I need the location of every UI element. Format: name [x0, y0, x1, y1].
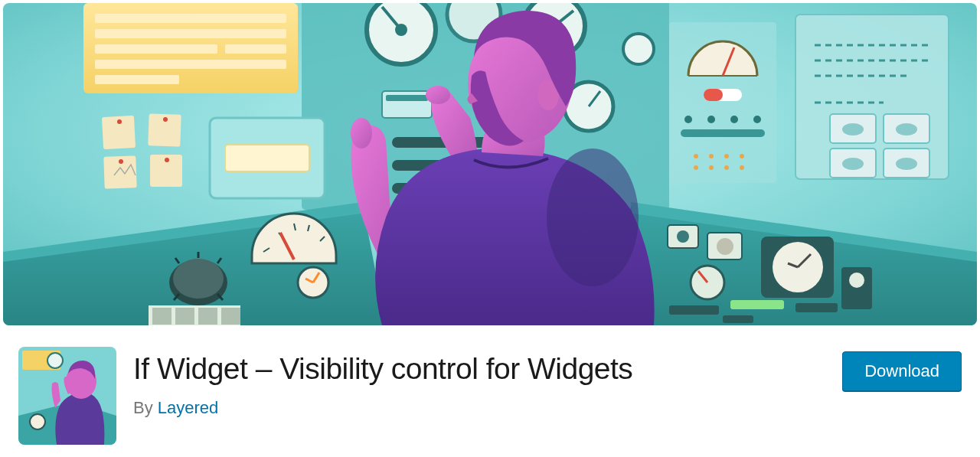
svg-rect-85: [198, 308, 217, 325]
svg-rect-86: [221, 308, 240, 325]
svg-rect-98: [730, 300, 784, 309]
svg-point-52: [740, 165, 744, 170]
svg-point-28: [117, 119, 122, 124]
download-button[interactable]: Download: [842, 351, 962, 391]
svg-point-64: [842, 158, 864, 170]
svg-rect-100: [723, 315, 753, 323]
svg-point-90: [717, 238, 733, 255]
svg-point-62: [842, 123, 864, 135]
svg-rect-39: [704, 89, 723, 101]
svg-point-50: [709, 165, 714, 170]
svg-rect-34: [225, 145, 309, 171]
svg-point-29: [163, 117, 168, 122]
plugin-icon: [18, 347, 116, 445]
svg-point-107: [547, 149, 639, 286]
plugin-info: If Widget – Visibility control for Widge…: [133, 347, 825, 418]
svg-point-30: [119, 159, 123, 164]
plugin-author-link[interactable]: Layered: [158, 398, 219, 417]
svg-point-51: [724, 165, 729, 170]
svg-rect-23: [95, 75, 179, 84]
svg-point-47: [724, 154, 729, 158]
svg-rect-20: [95, 44, 217, 54]
svg-point-67: [173, 259, 224, 299]
svg-point-111: [30, 414, 45, 429]
svg-rect-97: [669, 305, 719, 315]
svg-rect-44: [681, 129, 765, 137]
svg-rect-83: [152, 308, 172, 325]
svg-point-63: [896, 123, 917, 135]
svg-rect-12: [386, 95, 428, 101]
svg-point-40: [684, 116, 692, 123]
by-prefix: By: [133, 398, 158, 417]
svg-point-42: [730, 116, 738, 123]
svg-rect-99: [795, 303, 838, 312]
svg-point-49: [694, 165, 698, 170]
plugin-byline: By Layered: [133, 398, 825, 418]
svg-point-102: [849, 273, 864, 288]
svg-point-88: [677, 230, 689, 243]
svg-point-10: [623, 34, 654, 64]
svg-point-65: [896, 158, 917, 170]
svg-point-46: [709, 154, 714, 158]
svg-rect-18: [95, 14, 286, 23]
svg-point-104: [426, 86, 450, 104]
svg-rect-84: [175, 308, 194, 325]
svg-point-110: [47, 353, 63, 368]
svg-point-48: [740, 154, 744, 158]
svg-rect-22: [95, 60, 286, 69]
svg-point-43: [753, 116, 761, 123]
svg-point-41: [707, 116, 715, 123]
plugin-title: If Widget – Visibility control for Widge…: [133, 351, 825, 387]
svg-rect-19: [95, 29, 286, 38]
plugin-banner: [3, 3, 977, 325]
svg-point-103: [351, 118, 372, 149]
plugin-header: If Widget – Visibility control for Widge…: [0, 328, 980, 445]
svg-point-31: [165, 158, 169, 162]
svg-point-45: [694, 154, 698, 158]
svg-rect-21: [225, 44, 286, 54]
